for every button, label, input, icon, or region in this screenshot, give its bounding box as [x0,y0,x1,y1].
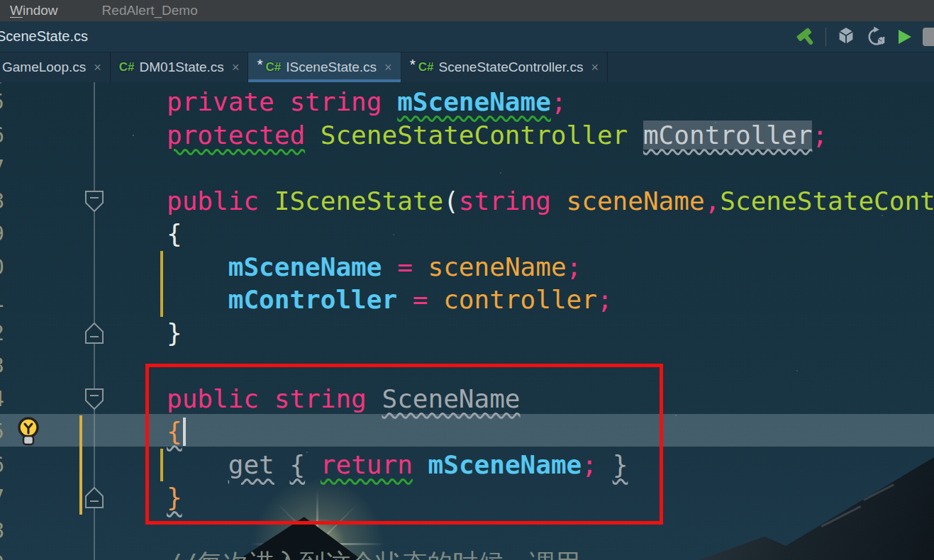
play-icon [896,28,913,45]
code-token: SceneStateController [321,121,628,150]
line-number: 29 [0,547,4,560]
run-button[interactable] [896,28,913,45]
tab-label: DM01State.cs [140,60,224,75]
line-number: 27 [0,481,4,515]
code-token: controller [443,285,597,314]
navigation-bar: SceneState.cs [0,21,934,52]
code-line: private string mSceneName; [167,86,567,119]
tab-scenestatecontroller-cs[interactable]: *C#SceneStateController.cs× [401,52,608,82]
code-token: } [167,318,182,347]
csharp-file-icon: C# [418,60,434,74]
code-line: //每次进入到这个状态的时候，调用 [167,547,580,560]
code-line: protected SceneStateController mControll… [167,119,828,152]
code-token: mSceneName [397,87,551,116]
code-token: ISceneState [274,186,443,215]
tab-close-icon[interactable]: × [591,60,599,75]
breadcrumb[interactable]: SceneState.cs [0,28,88,45]
tab-close-icon[interactable]: × [384,60,392,75]
code-line: mSceneName = sceneName; [167,251,582,284]
code-token [413,252,428,281]
code-token: = [397,252,413,281]
tab-label: SceneStateController.cs [439,60,584,75]
code-token: protected [167,121,305,150]
mountain-right [695,454,934,560]
line-number: 16 [0,119,4,152]
intention-bulb-icon[interactable] [14,415,43,451]
code-token: public [167,186,259,215]
changed-lines-marker [160,251,163,317]
modified-asterisk: * [410,56,416,73]
line-number: 26 [0,449,4,482]
code-token: ; [551,87,567,116]
editor-tabs: GameLoop.cs×C#DM01State.cs×*C#ISceneStat… [0,52,934,82]
code-token: SceneStateController [720,186,934,215]
code-token: mController [643,121,812,150]
line-number: 20 [0,251,4,284]
code-token: ; [567,252,582,281]
line-number: 28 [0,515,4,548]
unity-icon [835,26,857,47]
attach-to-unity-button[interactable] [835,26,857,47]
code-token: mSceneName [228,252,382,281]
menu-item-window[interactable]: Window [0,0,68,21]
code-line: } [167,317,182,350]
fold-marker-up[interactable] [85,487,104,508]
build-button[interactable] [796,27,816,47]
code-line: { [167,218,182,251]
tab-label: ISceneState.cs [286,60,377,75]
code-token: , [705,186,721,215]
code-token: sceneName [567,186,705,215]
line-number: 24 [0,383,4,416]
code-token [382,252,397,281]
code-line: mController = controller; [167,284,613,317]
code-token [628,121,643,150]
line-number: 25 [0,415,4,449]
line-number: 15 [0,86,4,119]
code-token: private [167,87,274,116]
csharp-file-icon: C# [266,60,282,74]
line-number: 22 [0,317,4,350]
code-line: public ISceneState(string sceneName,Scen… [167,185,934,218]
annotation-rectangle [145,364,663,525]
hammer-icon [796,27,816,47]
code-token: ; [812,121,828,150]
fold-marker-down[interactable] [85,388,104,410]
tab-iscenestate-cs[interactable]: *C#ISceneState.cs× [248,52,401,82]
code-token: string [289,87,382,116]
code-editor[interactable]: 151617181920212223242526272829 private s… [0,82,934,560]
fold-marker-up[interactable] [85,323,104,344]
tab-gameloop-cs[interactable]: GameLoop.cs× [0,52,111,82]
csharp-file-icon: C# [119,60,135,74]
line-number: 19 [0,218,4,251]
tab-label: GameLoop.cs [2,60,86,75]
changed-lines-marker [79,415,82,515]
unity-refresh-icon [866,26,887,47]
tab-close-icon[interactable]: × [94,60,101,75]
code-token [382,87,397,116]
code-token [167,285,228,314]
stars-decor [0,82,1,84]
line-number: 23 [0,349,4,383]
code-token [551,186,567,215]
code-token: string [459,186,551,215]
line-number: 21 [0,284,4,317]
code-token [274,87,290,116]
code-token [428,285,444,314]
refresh-unity-button[interactable] [866,26,887,47]
code-token [167,252,228,281]
line-number: 18 [0,185,4,218]
code-token: //每次进入到这个状态的时候，调用 [167,549,580,560]
code-token: mController [228,285,397,314]
code-token [397,285,413,314]
menu-bar: CSWindowHelp RedAlert_Demo [0,0,934,21]
partial-toolbar-button[interactable] [923,28,934,46]
code-token: { [167,219,182,248]
line-number: 17 [0,152,4,185]
tab-dm01state-cs[interactable]: C#DM01State.cs× [111,52,249,82]
code-token: ( [443,186,459,215]
fold-marker-down[interactable] [85,191,104,212]
window-title: RedAlert_Demo [102,3,198,18]
tab-close-icon[interactable]: × [232,60,240,75]
toolbar-separator [825,28,826,46]
toolbar [796,21,934,52]
